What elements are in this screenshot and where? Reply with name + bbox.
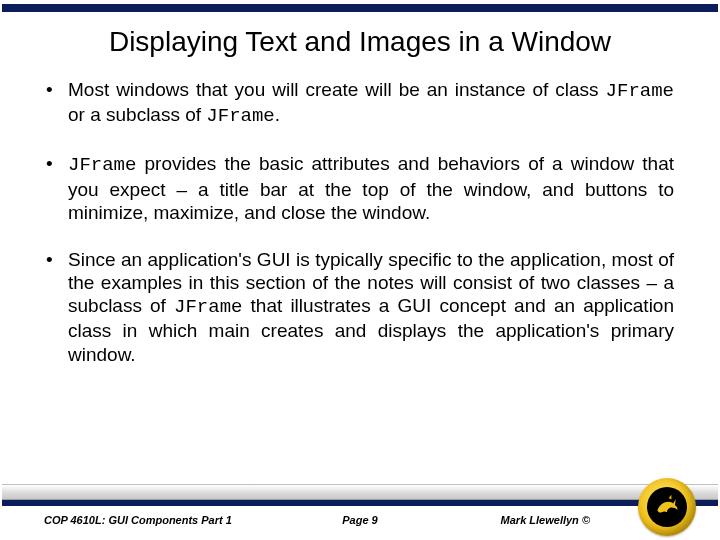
code: JFrame [606,80,674,102]
footer-rule [2,500,718,506]
bullet-3: Since an application's GUI is typically … [46,248,674,366]
slide-title: Displaying Text and Images in a Window [0,26,720,58]
slide: Displaying Text and Images in a Window M… [0,0,720,540]
code: JFrame [206,105,274,127]
bullet-2: JFrame provides the basic attributes and… [46,152,674,224]
text: . [275,104,280,125]
footer-page: Page 9 [0,514,720,526]
code: JFrame [174,296,242,318]
ucf-logo [638,478,696,536]
slide-body: Most windows that you will create will b… [46,78,674,390]
bullet-1: Most windows that you will create will b… [46,78,674,128]
text: or a subclass of [68,104,206,125]
pegasus-icon [653,493,681,521]
footer: COP 4610L: GUI Components Part 1 Page 9 … [0,478,720,540]
footer-author: Mark Llewellyn © [501,514,590,526]
text: provides the basic attributes and behavi… [68,153,674,222]
top-rule [2,4,718,12]
code: JFrame [68,154,136,176]
text: Most windows that you will create will b… [68,79,606,100]
logo-disc [638,478,696,536]
logo-inner [647,487,687,527]
footer-gradient [2,484,718,500]
